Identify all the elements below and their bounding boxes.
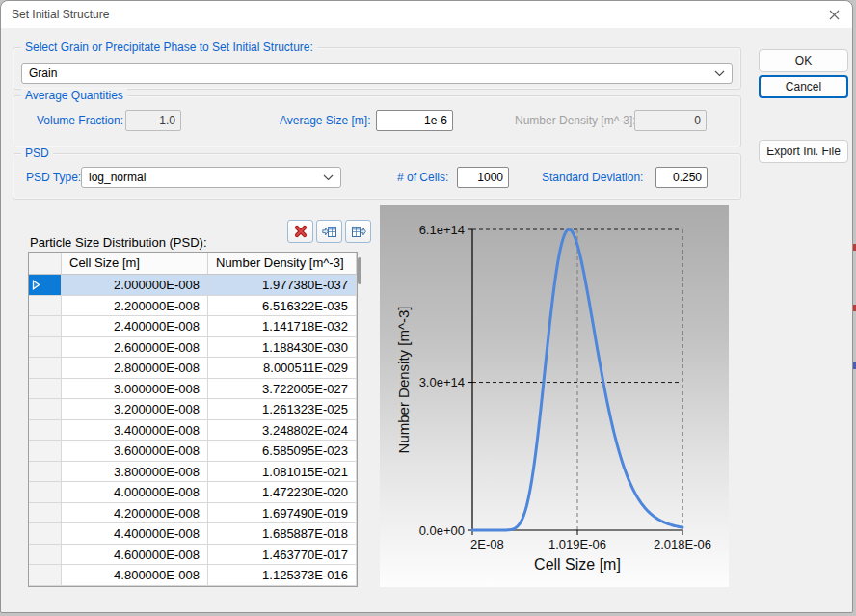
table-cell[interactable]: 1.472230E-020: [208, 482, 357, 503]
row-selector[interactable]: [29, 358, 62, 379]
delete-icon: [293, 224, 308, 239]
psd-group: PSD PSD Type: log_normal # of Cells: 100…: [13, 153, 741, 200]
psd-table-body: 2.000000E-0081.977380E-0372.200000E-0086…: [29, 275, 357, 586]
close-icon: [829, 10, 840, 20]
phase-selector-group: Select Grain or Precipitate Phase to Set…: [13, 47, 741, 90]
row-selector[interactable]: [29, 462, 62, 483]
psd-table-header: Cell Size [m] Number Density [m^-3]: [29, 253, 357, 275]
row-selector[interactable]: [29, 399, 62, 420]
table-cell[interactable]: 1.977380E-037: [208, 275, 357, 296]
cancel-button-label: Cancel: [786, 80, 821, 94]
current-row-arrow-icon: [32, 280, 40, 290]
col-header-cell-size[interactable]: Cell Size [m]: [62, 253, 208, 275]
cancel-button[interactable]: Cancel: [759, 75, 848, 98]
table-cell[interactable]: 3.600000E-008: [62, 441, 208, 462]
ok-button[interactable]: OK: [759, 49, 848, 72]
table-cell[interactable]: 3.000000E-008: [62, 379, 208, 400]
psd-table-caption: Particle Size Distribution (PSD):: [30, 235, 207, 250]
title-bar: Set Initial Structure: [1, 1, 852, 28]
chevron-down-icon: [323, 174, 334, 181]
col-header-number-density[interactable]: Number Density [m^-3]: [208, 253, 357, 275]
x-axis-title: Cell Size [m]: [534, 556, 621, 573]
row-selector[interactable]: [29, 275, 62, 296]
close-button[interactable]: [824, 6, 843, 24]
chevron-down-icon: [714, 70, 725, 77]
y-axis-title: Number Density [m^-3]: [395, 307, 412, 454]
table-cell[interactable]: 4.800000E-008: [62, 565, 208, 586]
row-selector[interactable]: [29, 503, 62, 524]
table-cell[interactable]: 2.000000E-008: [62, 275, 208, 296]
average-quantities-group: Average Quantities Volume Fraction: 1.0 …: [13, 95, 741, 147]
import-table-icon: [322, 224, 337, 239]
row-selector[interactable]: [29, 420, 62, 442]
table-cell[interactable]: 1.188430E-030: [208, 337, 357, 359]
export-ini-file-button-label: Export Ini. File: [766, 145, 841, 158]
phase-combobox[interactable]: Grain: [21, 63, 733, 84]
num-cells-input[interactable]: 1000: [457, 167, 509, 188]
table-cell[interactable]: 1.261323E-025: [208, 399, 357, 420]
psd-chart: 0.0e+003.0e+146.1e+142E-081.019E-062.018…: [380, 205, 729, 587]
x-tick-label: 2.018E-06: [654, 537, 711, 551]
table-cell[interactable]: 6.516322E-035: [208, 296, 357, 317]
table-cell[interactable]: 3.722005E-027: [208, 379, 357, 400]
table-cell[interactable]: 8.000511E-029: [208, 358, 357, 379]
table-cell[interactable]: 1.141718E-032: [208, 316, 357, 337]
export-ini-file-button[interactable]: Export Ini. File: [759, 140, 848, 163]
table-cell[interactable]: 1.697490E-019: [208, 503, 357, 524]
phase-combobox-value: Grain: [29, 67, 57, 80]
table-cell[interactable]: 4.600000E-008: [62, 545, 208, 566]
table-cell[interactable]: 6.585095E-023: [208, 441, 357, 462]
number-density-label: Number Density [m^-3]:: [515, 110, 636, 131]
average-size-label: Average Size [m]:: [280, 110, 371, 131]
table-cell[interactable]: 4.400000E-008: [62, 523, 208, 545]
table-scrollbar-thumb[interactable]: [358, 257, 361, 284]
y-tick-label: 6.1e+14: [419, 223, 465, 237]
export-table-button[interactable]: [345, 220, 371, 243]
row-selector[interactable]: [29, 296, 62, 317]
table-cell[interactable]: 3.248802E-024: [208, 420, 357, 442]
row-selector[interactable]: [29, 565, 62, 586]
row-selector[interactable]: [29, 482, 62, 503]
num-cells-label: # of Cells:: [397, 167, 448, 188]
table-cell[interactable]: 1.463770E-017: [208, 545, 357, 566]
table-cell[interactable]: 3.400000E-008: [62, 420, 208, 442]
std-dev-label: Standard Deviation:: [542, 167, 643, 188]
row-selector[interactable]: [29, 316, 62, 337]
psd-group-label: PSD: [21, 147, 53, 160]
row-selector[interactable]: [29, 545, 62, 566]
volume-fraction-label: Volume Fraction:: [37, 110, 123, 131]
phase-selector-group-label: Select Grain or Precipitate Phase to Set…: [21, 40, 317, 54]
x-tick-label: 2E-08: [470, 537, 504, 551]
row-selector-header: [29, 253, 62, 275]
y-tick-label: 3.0e+14: [419, 375, 465, 389]
row-selector[interactable]: [29, 523, 62, 545]
delete-rows-button[interactable]: [287, 220, 313, 243]
import-table-button[interactable]: [316, 220, 342, 243]
table-cell[interactable]: 1.685887E-018: [208, 523, 357, 545]
table-cell[interactable]: 1.081015E-021: [208, 462, 357, 483]
x-tick-label: 1.019E-06: [548, 537, 606, 551]
table-cell[interactable]: 3.200000E-008: [62, 399, 208, 420]
table-cell[interactable]: 2.600000E-008: [62, 337, 208, 359]
table-cell[interactable]: 1.125373E-016: [208, 565, 357, 586]
std-dev-input[interactable]: 0.250: [655, 167, 708, 188]
psd-table[interactable]: Cell Size [m] Number Density [m^-3] 2.00…: [28, 252, 358, 587]
y-tick-label: 0.0e+00: [419, 523, 465, 538]
window-title: Set Initial Structure: [12, 1, 109, 28]
average-size-input[interactable]: 1e-6: [376, 110, 453, 131]
set-initial-structure-dialog: Set Initial Structure Select Grain or Pr…: [0, 0, 853, 613]
row-selector[interactable]: [29, 379, 62, 400]
number-density-input: 0: [634, 110, 707, 131]
row-selector[interactable]: [29, 337, 62, 359]
table-cell[interactable]: 2.800000E-008: [62, 358, 208, 379]
table-cell[interactable]: 3.800000E-008: [62, 462, 208, 483]
table-cell[interactable]: 4.200000E-008: [62, 503, 208, 524]
psd-type-label: PSD Type:: [26, 167, 81, 188]
export-table-icon: [351, 224, 366, 239]
table-cell[interactable]: 4.000000E-008: [62, 482, 208, 503]
row-selector[interactable]: [29, 441, 62, 462]
psd-type-combobox[interactable]: log_normal: [81, 167, 341, 188]
table-cell[interactable]: 2.400000E-008: [62, 316, 208, 337]
table-cell[interactable]: 2.200000E-008: [62, 296, 208, 317]
volume-fraction-input: 1.0: [125, 110, 181, 131]
